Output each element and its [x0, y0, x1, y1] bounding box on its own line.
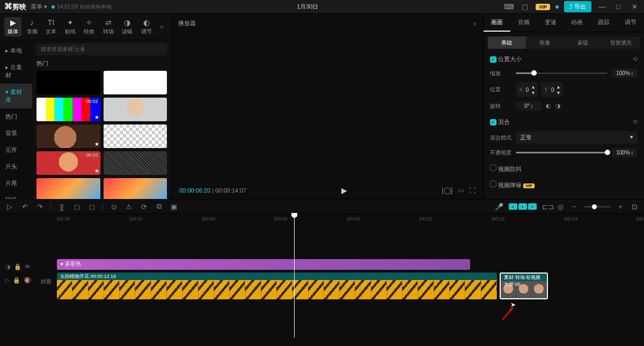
zoom-out-icon[interactable]: − [570, 203, 579, 211]
reset-icon[interactable]: ⟲ [633, 56, 638, 63]
cover-label[interactable]: 封面 [41, 278, 52, 285]
media-thumbnail[interactable] [104, 98, 167, 121]
tab-adjust[interactable]: ◐调节 [138, 17, 155, 36]
timeline-content[interactable]: |00:00|00:02|00:04|00:06|00:08|00:10|00:… [41, 214, 644, 346]
fullscreen-icon[interactable]: ⛶ [469, 187, 475, 194]
mic-icon[interactable]: 🎤 [495, 203, 503, 211]
sidebar-item[interactable]: 片尾 [0, 175, 32, 192]
media-thumbnail[interactable]: 00:03 [104, 178, 167, 199]
opacity-slider[interactable] [516, 152, 608, 153]
preview-viewport[interactable] [175, 30, 480, 183]
sidebar-item[interactable]: 热门 [0, 108, 32, 125]
pos-size-checkbox[interactable]: ✓ [490, 56, 496, 63]
sidebar-item[interactable]: 背景 [0, 125, 32, 142]
tab-stickers[interactable]: ✦贴纸 [62, 17, 79, 36]
media-thumbnail[interactable] [104, 124, 167, 148]
prop-tab-video[interactable]: 画面 [484, 14, 510, 32]
playhead[interactable] [294, 214, 295, 337]
mute-icon[interactable]: 🔇 [24, 277, 31, 284]
rotate-right-icon[interactable]: ◑ [555, 102, 561, 109]
tab-text[interactable]: TI文本 [42, 17, 60, 36]
freeze-icon[interactable]: ⊙ [109, 203, 118, 211]
main-menu-button[interactable]: 菜单 ▾ [31, 3, 47, 11]
close-button[interactable]: ✕ [629, 3, 640, 11]
filter-clip[interactable]: ● 多彩色 [57, 259, 470, 270]
preview-menu-icon[interactable]: ≡ [473, 20, 477, 27]
video-clip-main[interactable]: 实拍植物开花 00:00:12:19 [57, 273, 497, 299]
prop-tab-anim[interactable]: 动画 [564, 14, 590, 32]
split-icon[interactable]: ][ [57, 203, 66, 211]
video-clip-secondary[interactable]: 素材·转场·短视频大师 00 [500, 273, 548, 299]
media-thumbnail[interactable] [36, 71, 100, 94]
prop-tab-audio[interactable]: 音频 [510, 14, 537, 32]
sidebar-item[interactable]: 转场 [0, 192, 32, 199]
crop-icon[interactable]: ⧉ [155, 202, 163, 211]
tab-audio[interactable]: ♪音频 [24, 17, 41, 36]
video-track-icon[interactable]: ▷ [5, 277, 10, 284]
media-thumbnail[interactable]: 00:02 [36, 178, 100, 199]
tab-filters[interactable]: ◑滤镜 [119, 17, 136, 36]
resolution-icon[interactable]: ▭ [458, 187, 464, 194]
rotate-left-icon[interactable]: ◐ [546, 102, 551, 109]
eye-icon[interactable]: 👁 [25, 263, 31, 270]
play-button[interactable]: ▶ [341, 186, 347, 195]
opacity-value[interactable]: 100%▴▾ [612, 148, 638, 157]
media-thumbnail[interactable]: 00:03★ [36, 151, 100, 175]
sidebar-item-local[interactable]: ▸ 本地 [0, 42, 32, 59]
collapse-icon[interactable]: « [157, 23, 167, 31]
prop-tab-track[interactable]: 跟踪 [590, 14, 617, 32]
scale-slider[interactable] [516, 72, 608, 74]
subtab-bgfill[interactable]: 背景填充 [602, 36, 640, 49]
track-toggles[interactable]: ▪▪▪ [509, 203, 537, 210]
prop-tab-speed[interactable]: 变速 [537, 14, 564, 32]
export-button[interactable]: ⤴导出 [564, 1, 591, 12]
timeline-ruler[interactable]: |00:00|00:02|00:04|00:06|00:08|00:10|00:… [41, 214, 644, 227]
shortcut-icon[interactable]: ⌨ [503, 3, 514, 11]
redo-icon[interactable]: ↷ [35, 203, 44, 211]
blend-checkbox[interactable]: ✓ [490, 119, 496, 126]
filter-track-icon[interactable]: ◑ [5, 263, 11, 270]
project-title[interactable]: 1月30日 [112, 3, 504, 11]
blend-mode-select[interactable]: 正常▾ [516, 131, 638, 144]
pos-y-input[interactable]: Y0▴▾ [541, 82, 563, 97]
lock-icon[interactable]: 🔒 [14, 263, 21, 270]
tab-effects[interactable]: ✧特效 [80, 17, 98, 36]
media-thumbnail[interactable] [104, 151, 167, 175]
ratio-icon[interactable]: [◯] [442, 187, 452, 194]
zoom-slider[interactable] [584, 206, 611, 208]
scale-value[interactable]: 100%▴▾ [612, 69, 638, 78]
rotate-icon[interactable]: ⟳ [140, 203, 148, 211]
sidebar-item[interactable]: 片头 [0, 158, 32, 175]
delete-right-icon[interactable]: ◻ [87, 203, 96, 211]
undo-icon[interactable]: ↶ [20, 203, 29, 211]
zoom-fit-icon[interactable]: ⊡ [630, 203, 639, 211]
mirror-icon[interactable]: ⚠ [125, 203, 133, 211]
sidebar-item-cloud[interactable]: ▸ 云素材 [0, 59, 32, 84]
media-thumbnail[interactable]: 00:02★ [36, 98, 100, 121]
tab-transitions[interactable]: ⇄转场 [100, 17, 117, 36]
subtab-basic[interactable]: 基础 [488, 36, 526, 49]
lock-icon[interactable]: 🔒 [13, 277, 20, 284]
reset-icon[interactable]: ⟲ [633, 119, 638, 126]
media-thumbnail[interactable] [104, 71, 167, 94]
sidebar-item-library[interactable]: ▾ 素材库 [0, 84, 32, 108]
delete-left-icon[interactable]: ◻ [72, 203, 81, 211]
maximize-button[interactable]: □ [613, 3, 624, 11]
subtab-mask[interactable]: 蒙版 [564, 36, 602, 49]
snap-icon[interactable]: ⊏⊐ [542, 203, 551, 211]
rotation-input[interactable]: 0°▴▾ [516, 101, 541, 111]
vip-badge[interactable]: VIP [536, 4, 550, 10]
speed-icon[interactable]: ▣ [170, 203, 178, 211]
tab-media[interactable]: ▶媒体 [4, 17, 21, 36]
sidebar-item[interactable]: 元宵 [0, 142, 32, 158]
subtab-cutout[interactable]: 抠像 [526, 36, 564, 49]
media-thumbnail[interactable]: ★ [36, 124, 100, 148]
search-input[interactable]: 搜索资源素材/元素 [36, 43, 167, 55]
prop-tab-adjust[interactable]: 调节 [617, 14, 644, 32]
denoise-checkbox[interactable] [490, 181, 496, 187]
pos-x-input[interactable]: X0▴▾ [516, 82, 538, 97]
stabilize-checkbox[interactable] [490, 165, 496, 171]
layout-icon[interactable]: ▢ [519, 3, 530, 11]
zoom-in-icon[interactable]: + [616, 203, 625, 211]
preview-ratio-icon[interactable]: ◎ [556, 203, 565, 211]
